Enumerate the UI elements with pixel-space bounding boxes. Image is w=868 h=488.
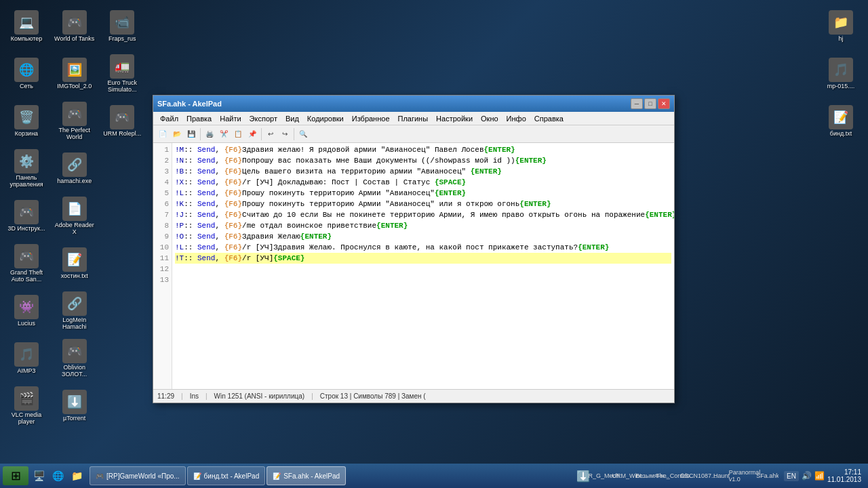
tray-date-value: 11.01.2013 [827, 476, 861, 483]
code-line-5: !L:: Send, {F6}Прошу покинуть территорию… [175, 188, 671, 199]
menu-favorites[interactable]: Избранное [348, 113, 394, 124]
icon-adobe-reader[interactable]: 📄 Adobe Reader X [52, 193, 98, 239]
menu-view[interactable]: Вид [281, 113, 303, 124]
akelpad-window: SFa.ahk - AkelPad ─ □ ✕ Файл Правка Найт… [153, 95, 675, 403]
code-line-13 [175, 274, 671, 285]
menu-encoding[interactable]: Кодировки [303, 113, 348, 124]
title-bar: SFa.ahk - AkelPad ─ □ ✕ [153, 96, 674, 112]
icon-hostin[interactable]: 📝 хостин.txt [52, 241, 98, 287]
code-line-9: !O:: Send, {F6}Здравия Желаю{ENTER} [175, 231, 671, 242]
icon-utorrent[interactable]: ⬇️ µTorrent [52, 383, 98, 429]
icon-oblivion[interactable]: 🎮 Oblivion ЗОЛОТ... [52, 336, 98, 382]
icon-bindt[interactable]: 📝 бинд.txt [818, 98, 864, 144]
icon-world-of-tanks[interactable]: 🎮 World of Tanks [52, 3, 98, 49]
tb-dscn[interactable]: DSCN1087... [688, 465, 709, 487]
open-file-button[interactable]: 📂 [170, 127, 184, 141]
menu-file[interactable]: Файл [156, 113, 182, 124]
undo-button[interactable]: ↩ [264, 127, 277, 141]
copy-button[interactable]: 📋 [231, 127, 245, 141]
title-bar-buttons: ─ □ ✕ [631, 98, 670, 109]
icon-lucius[interactable]: 👾 Lucius [3, 288, 50, 334]
icon-panel[interactable]: ⚙️ Панель управления [3, 146, 50, 192]
icon-network[interactable]: 🌐 Сеть [3, 51, 50, 97]
toolbar-separator-2 [261, 128, 262, 140]
toolbar-separator-3 [294, 128, 294, 140]
close-button[interactable]: ✕ [658, 98, 670, 109]
icon-fraps[interactable]: 📹 Fraps_rus [99, 3, 145, 49]
code-line-7: !J:: Send, {F6}Считаю до 10 если Вы не п… [175, 209, 671, 220]
icon-aimp3[interactable]: 🎵 AIMP3 [3, 336, 50, 382]
icon-urm[interactable]: 🎮 URM Rolepl... [99, 98, 145, 144]
ie-button[interactable]: 🌐 [49, 467, 66, 485]
save-file-button[interactable]: 💾 [184, 127, 198, 141]
icon-mp015[interactable]: 🎵 mp-015.... [818, 51, 864, 97]
icon-euro-truck[interactable]: 🚛 Euro Truck Simulato... [99, 51, 145, 97]
network-tray-icon[interactable]: 📶 [814, 471, 825, 481]
code-line-8: !P:: Send, {F6}/me отдал воинское привет… [175, 220, 671, 231]
line-numbers: 1 2 3 4 5 6 7 8 9 10 11 12 13 [153, 143, 172, 389]
quick-launch: 🖥️ 🌐 📁 [30, 467, 85, 485]
minimize-button[interactable]: ─ [631, 98, 643, 109]
desktop-icons-right: 📁 hj 🎵 mp-015.... 📝 бинд.txt [814, 0, 868, 461]
icon-computer[interactable]: 💻 Компьютер [3, 3, 50, 49]
status-bar: 11:29 | Ins | Win 1251 (ANSI - кириллица… [153, 389, 674, 403]
icon-logmein[interactable]: 🔗 LogMeIn Hamachi [52, 288, 98, 334]
system-tray: EN 🔊 📶 17:11 11.01.2013 [780, 468, 865, 483]
code-line-11: !T:: Send, {F6}/r [УЧ]{SPACE} [175, 253, 671, 264]
editor-text-area[interactable]: !M:: Send, {F6}Здравия желаю! Я рядовой … [172, 143, 674, 389]
cut-button[interactable]: ✂️ [217, 127, 231, 141]
toolbar: 📄 📂 💾 🖨️ ✂️ 📋 📌 ↩ ↪ 🔍 [153, 125, 674, 143]
menu-settings[interactable]: Настройки [432, 113, 477, 124]
taskbar-items: 🎮 [RP]GameWorld «Про... 📝 бинд.txt - Ake… [90, 466, 571, 485]
tray-clock: 17:11 11.01.2013 [827, 468, 861, 483]
start-button[interactable]: ⊞ [3, 466, 28, 485]
taskbar-rpgameworld[interactable]: 🎮 [RP]GameWorld «Про... [90, 466, 186, 485]
status-position: Строк 13 | Символы 789 | Замен ( [320, 392, 426, 400]
status-encoding: Win 1251 (ANSI - кириллица) [214, 392, 305, 400]
print-button[interactable]: 🖨️ [203, 127, 216, 141]
icon-vlc[interactable]: 🎬 VLC media player [3, 383, 50, 429]
paste-button[interactable]: 📌 [245, 127, 259, 141]
icon-3ds[interactable]: 🎮 3D Инструк... [3, 193, 50, 239]
maximize-button[interactable]: □ [644, 98, 656, 109]
tb-sfaahk[interactable]: SFa.ahk [757, 465, 778, 487]
volume-icon[interactable]: 🔊 [802, 471, 812, 481]
code-line-3: !B:: Send, {F6}Цель вашего визита на тер… [175, 166, 671, 177]
icon-hj[interactable]: 📁 hj [818, 3, 864, 49]
code-line-6: !K:: Send, {F6}Прошу покинуть территорию… [175, 199, 671, 209]
code-line-4: !X:: Send, {F6}/r [УЧ] Докладываю: Пост … [175, 177, 671, 188]
code-line-1: !M:: Send, {F6}Здравия желаю! Я рядовой … [175, 144, 671, 155]
desktop: 💻 Компьютер 🌐 Сеть 🗑️ Корзина ⚙️ Панель … [0, 0, 868, 488]
code-line-2: !N:: Send, {F6}Попрошу вас показать мне … [175, 155, 671, 166]
icon-perfect-world[interactable]: 🎮 The Perfect World [52, 98, 98, 144]
icon-gta[interactable]: 🎮 Grand Theft Auto San... [3, 241, 50, 287]
icon-hamachi[interactable]: 🔗 hamachi.exe [52, 146, 98, 192]
redo-button[interactable]: ↪ [278, 127, 292, 141]
toolbar-separator-1 [200, 128, 201, 140]
menu-plugins[interactable]: Плагины [394, 113, 433, 124]
taskbar-app-icons: ⬇️ R_G_Mech... URM_Wint... Безымянн... T… [572, 465, 778, 487]
code-line-10: !L:: Send, {F6}/r [УЧ]Здравия Желаю. Про… [175, 242, 671, 253]
status-time: 11:29 [157, 392, 174, 400]
menu-help[interactable]: Справка [530, 113, 568, 124]
show-desktop-button[interactable]: 🖥️ [30, 467, 47, 485]
status-mode: Ins [190, 392, 199, 400]
menu-export[interactable]: Экспорт [245, 113, 281, 124]
menu-find[interactable]: Найти [216, 113, 245, 124]
icon-imgtool[interactable]: 🖼️ IMGTool_2.0 [52, 51, 98, 97]
search-button[interactable]: 🔍 [296, 127, 310, 141]
taskbar-sfaahk-akelpad[interactable]: 📝 SFa.ahk - AkelPad [267, 466, 346, 485]
code-line-12 [175, 264, 671, 274]
tb-paranormal[interactable]: Paranormal v1.0 [734, 465, 755, 487]
taskbar-item-label-bindt: бинд.txt - AkelPad [204, 472, 260, 480]
new-file-button[interactable]: 📄 [156, 127, 170, 141]
explorer-button[interactable]: 📁 [68, 467, 85, 485]
menu-edit[interactable]: Правка [182, 113, 216, 124]
taskbar-bindt-akelpad[interactable]: 📝 бинд.txt - AkelPad [187, 466, 266, 485]
taskbar-item-label-sfa: SFa.ahk - AkelPad [283, 472, 340, 480]
menu-info[interactable]: Инфо [502, 113, 530, 124]
tray-language[interactable]: EN [784, 471, 799, 481]
title-bar-text: SFa.ahk - AkelPad [157, 100, 222, 108]
icon-basket[interactable]: 🗑️ Корзина [3, 98, 50, 144]
menu-window[interactable]: Окно [477, 113, 502, 124]
